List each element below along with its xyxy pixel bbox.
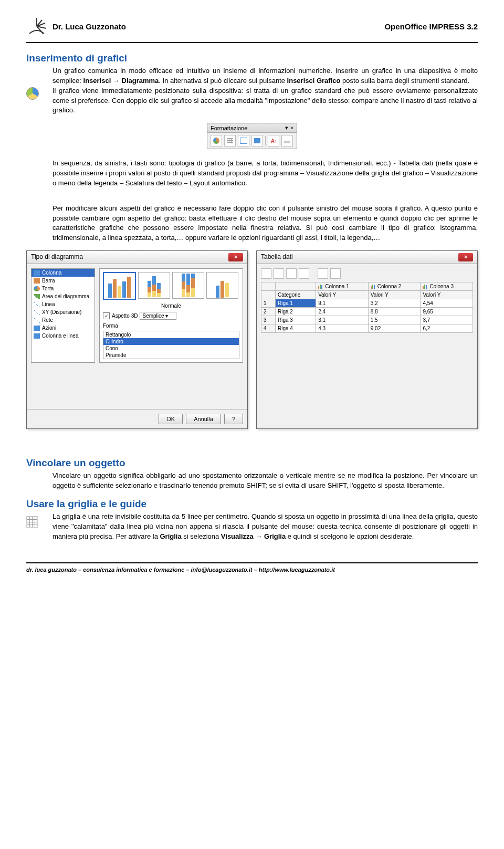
section-heading-vincolare: Vincolare un oggetto bbox=[26, 457, 478, 469]
list-item[interactable]: Cono bbox=[103, 345, 239, 352]
cancel-button[interactable]: Annulla bbox=[186, 414, 221, 424]
close-icon[interactable]: ✕ bbox=[458, 253, 473, 261]
help-button[interactable]: ? bbox=[224, 414, 243, 424]
list-item: Linea bbox=[32, 300, 94, 308]
section-heading-inserimento: Inserimento di grafici bbox=[26, 53, 478, 64]
data-table-button[interactable] bbox=[224, 135, 236, 146]
text-scale-button[interactable]: A↕ bbox=[268, 135, 279, 146]
body-text: Vincolare un oggetto significa obbligarl… bbox=[52, 471, 478, 491]
aspect-3d-checkbox[interactable]: ✓ bbox=[103, 312, 110, 319]
shape-list[interactable]: Rettangolo Cilindro Cono Piramide bbox=[103, 331, 239, 359]
body-text: Un grafico comunica in modo efficace ed … bbox=[52, 66, 478, 116]
header-rule bbox=[26, 42, 478, 43]
list-item: Torta bbox=[32, 285, 94, 292]
list-item: XY (Dispersione) bbox=[32, 308, 94, 316]
grid-button[interactable] bbox=[238, 135, 249, 146]
preview-label: Normale bbox=[103, 303, 239, 309]
list-item[interactable]: Cilindro bbox=[103, 338, 239, 345]
delete-row-button[interactable] bbox=[286, 268, 297, 279]
logo-icon bbox=[26, 16, 47, 37]
chart-preview[interactable] bbox=[206, 272, 238, 299]
chart-type-list[interactable]: Colonna Barra Torta Area del diagramma L… bbox=[31, 268, 95, 363]
data-table[interactable]: Colonna 1 Colonna 2 Colonna 3 CategorieV… bbox=[261, 282, 473, 333]
list-item[interactable]: Piramide bbox=[103, 352, 239, 359]
list-item: Rete bbox=[32, 316, 94, 324]
table-row: 3Riga 33,11,53,7 bbox=[261, 316, 473, 324]
insert-row-button[interactable] bbox=[261, 268, 271, 279]
product-name: OpenOffice IMPRESS 3.2 bbox=[384, 22, 478, 31]
list-item: Area del diagramma bbox=[32, 292, 94, 300]
toolbar-title: Formattazione bbox=[211, 125, 247, 131]
list-item: Barra bbox=[32, 277, 94, 285]
close-icon[interactable]: × bbox=[290, 124, 293, 131]
body-text: Per modificare alcuni aspetti del grafic… bbox=[52, 204, 478, 243]
chart-preview[interactable] bbox=[172, 272, 204, 299]
section-heading-griglia: Usare la griglia e le guide bbox=[26, 498, 478, 510]
move-button[interactable] bbox=[330, 268, 341, 279]
list-item[interactable]: Rettangolo bbox=[103, 331, 239, 338]
chart-type-button[interactable] bbox=[211, 135, 222, 146]
auto-layout-button[interactable] bbox=[281, 135, 293, 146]
ok-button[interactable]: OK bbox=[159, 414, 183, 424]
table-row: 1Riga 19,13,24,54 bbox=[261, 299, 473, 308]
grid-icon bbox=[26, 516, 38, 528]
author-name: Dr. Luca Guzzonato bbox=[52, 22, 126, 31]
table-row: 4Riga 44,39,026,2 bbox=[261, 324, 473, 333]
table-row: 2Riga 22,48,89,65 bbox=[261, 308, 473, 316]
page-footer: dr. luca guzzonato – consulenza informat… bbox=[26, 567, 478, 573]
toolbar-dropdown-icon[interactable]: ▾ bbox=[285, 124, 288, 131]
chart-preview[interactable] bbox=[103, 272, 136, 300]
data-table-dialog: Tabella dati✕ Colonna 1 Colonna 2 Colonn… bbox=[256, 250, 478, 429]
list-item: Colonna bbox=[32, 269, 94, 277]
page-header: Dr. Luca Guzzonato OpenOffice IMPRESS 3.… bbox=[26, 16, 478, 37]
list-item: Azioni bbox=[32, 324, 94, 332]
chart-type-dialog: Tipo di diagramma✕ Colonna Barra Torta A… bbox=[26, 250, 248, 429]
dialog-title: Tabella dati bbox=[261, 253, 293, 261]
aspect-3d-select[interactable]: Semplice ▾ bbox=[140, 312, 176, 320]
shape-label: Forma bbox=[103, 323, 239, 329]
dialog-title: Tipo di diagramma bbox=[31, 253, 83, 261]
footer-rule bbox=[26, 562, 478, 563]
pie-chart-icon bbox=[26, 87, 39, 100]
move-button[interactable] bbox=[318, 268, 328, 279]
close-icon[interactable]: ✕ bbox=[228, 253, 243, 261]
delete-col-button[interactable] bbox=[299, 268, 309, 279]
insert-col-button[interactable] bbox=[274, 268, 284, 279]
list-item: Colonna e linea bbox=[32, 332, 94, 340]
formatting-toolbar: Formattazione ▾ × A↕ bbox=[207, 123, 297, 149]
chart-preview[interactable] bbox=[138, 272, 170, 299]
body-text: La griglia è una rete invisibile costitu… bbox=[52, 512, 478, 542]
body-text: In sequenza, da sinistra, i tasti sono: … bbox=[52, 159, 478, 188]
legend-button[interactable] bbox=[251, 135, 263, 146]
